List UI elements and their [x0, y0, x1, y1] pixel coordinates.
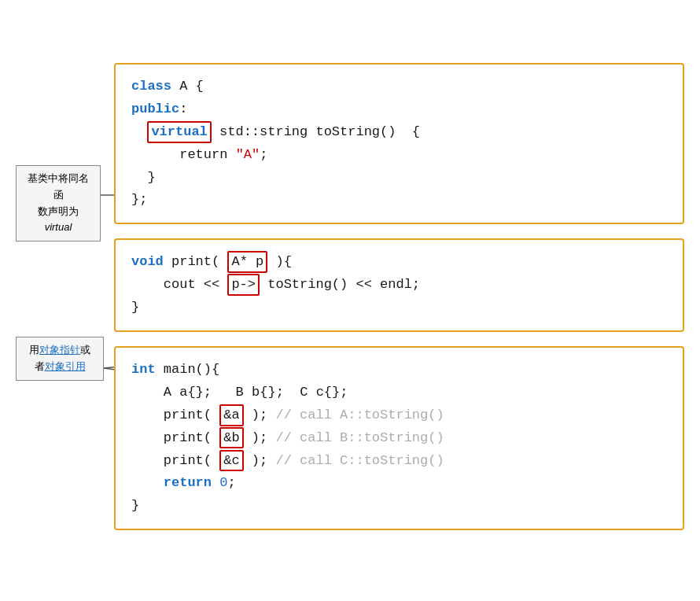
left1-text: 基类中将同名函数声明为 virtual [28, 172, 89, 233]
line-semicolon: }; [131, 189, 667, 212]
keyword-virtual: virtual [151, 124, 207, 139]
string-a: "A" [236, 147, 260, 162]
code-block-main: int main(){ A a{}; B b{}; C c{}; print( … [114, 346, 684, 530]
line-close-brace: } [131, 167, 667, 190]
keyword-int: int [131, 362, 156, 377]
keyword-return: return [164, 475, 212, 490]
left-annotation-1: 基类中将同名函数声明为 virtual [16, 165, 101, 242]
keyword-class: class [131, 79, 171, 94]
line-print-b: print( &b ); // call B::toString() [131, 427, 667, 450]
comment-b: // call B::toString() [275, 430, 444, 445]
line-return-0: return 0; [131, 472, 667, 495]
line-print-a: print( &a ); // call A::toString() [131, 404, 667, 427]
code-block-print: void print( A* p ){ cout << p-> toString… [114, 238, 684, 332]
line-abc-decl: A a{}; B b{}; C c{}; [131, 382, 667, 404]
highlight-a-star-p: A* p [227, 251, 267, 273]
highlight-virtual: virtual [147, 121, 211, 143]
highlight-p-arrow: p-> [227, 274, 260, 296]
keyword-void: void [131, 254, 164, 269]
line-class-a: class A { [131, 76, 667, 98]
line-cout: cout << p-> toString() << endl; [131, 274, 667, 297]
line-public: public: [131, 98, 667, 121]
link-object-pointer[interactable]: 对象指针 [39, 344, 80, 356]
number-zero: 0 [219, 475, 227, 490]
left-annotation-2: 用对象指针或者对象引用 [16, 337, 104, 381]
comment-a: // call A::toString() [275, 407, 444, 422]
line-int-main: int main(){ [131, 359, 667, 382]
highlight-amp-a: &a [219, 404, 243, 426]
keyword-public: public [131, 101, 179, 116]
code-blocks-area: class A { public: virtual std::string to… [114, 63, 684, 530]
line-print-c: print( &c ); // call C::toString() [131, 450, 667, 473]
line-return-a: return "A"; [131, 144, 667, 167]
line-close-main: } [131, 495, 667, 518]
line-virtual: virtual std::string toString() { [131, 121, 667, 144]
line-close-brace-2: } [131, 297, 667, 319]
link-object-ref[interactable]: 对象引用 [45, 360, 86, 372]
line-void-print: void print( A* p ){ [131, 251, 667, 274]
highlight-amp-b: &b [219, 427, 243, 449]
left2-text: 用对象指针或者对象引用 [29, 344, 90, 372]
highlight-amp-c: &c [219, 450, 243, 472]
comment-c: // call C::toString() [275, 453, 444, 468]
code-block-class-a: class A { public: virtual std::string to… [114, 63, 684, 224]
